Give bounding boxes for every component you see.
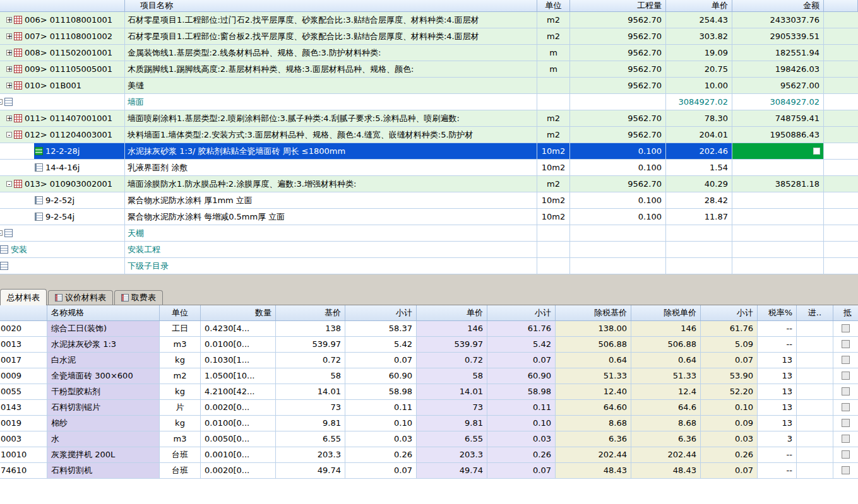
unit-header[interactable]: 单位 (537, 0, 570, 11)
material-row[interactable]: 0020综合工日(装饰)工日0.4230[4...13858.3714661.7… (0, 321, 858, 337)
column-header[interactable]: 基价 (276, 305, 345, 320)
bill-row[interactable]: +010> 01B001美缝9562.7010.0095627.00 (0, 78, 858, 94)
expand-icon[interactable]: + (6, 17, 12, 23)
material-row[interactable]: 0003水m30.0050[0...6.550.036.550.036.366.… (0, 431, 858, 447)
material-row[interactable]: 10010灰浆搅拌机 200L台班0.0010[0...203.30.26203… (0, 447, 858, 463)
material-name-cell: 全瓷墙面砖 300×600 (47, 368, 160, 384)
material-name-cell: 水 (47, 431, 160, 447)
item-code: 12-2-28j (45, 143, 80, 159)
column-header[interactable]: 单位 (160, 305, 201, 320)
material-row[interactable]: 0143石料切割锯片片0.0020[0...730.11730.1164.606… (0, 400, 858, 416)
material-row[interactable]: 0055干粉型胶粘剂kg4.2100[42...14.0158.9814.015… (0, 384, 858, 400)
column-header[interactable]: 抵 (833, 305, 858, 320)
material-row[interactable]: 0013水泥抹灰砂浆 1:3m30.0100[0...539.975.42539… (0, 337, 858, 353)
deduct-checkbox[interactable] (842, 356, 850, 364)
material-name-cell: 水泥抹灰砂浆 1:3 (47, 337, 160, 352)
expand-icon[interactable]: + (6, 50, 12, 56)
category-icon (4, 98, 13, 106)
pane-splitter[interactable] (0, 274, 858, 288)
category-row[interactable]: -天棚 (0, 225, 858, 242)
unit-cell: m3 (160, 337, 201, 352)
deduct-checkbox[interactable] (842, 403, 850, 411)
column-header[interactable] (0, 305, 47, 320)
unit-price-header[interactable]: 单价 (666, 0, 732, 11)
material-row[interactable]: 0017白水泥kg0.1030[1...0.720.070.720.070.64… (0, 353, 858, 368)
tax-rate-cell: 3 (758, 431, 797, 447)
bill-row[interactable]: +007> 011108001002石材零星项目1.工程部位:窗台板2.找平层厚… (0, 28, 858, 45)
category-row[interactable]: 安装安装工程 (0, 242, 858, 258)
bill-row[interactable]: 14-4-16j乳液界面剂 涂敷10m20.1001.54 (0, 160, 858, 176)
column-header[interactable]: 小计 (345, 305, 417, 320)
unit-cell: m2 (537, 28, 570, 44)
column-header[interactable]: 除税单价 (631, 305, 701, 320)
column-header[interactable]: 数量 (201, 305, 276, 320)
unit-price-cell: 146 (417, 321, 487, 336)
material-row[interactable]: 0009全瓷墙面砖 300×600m21.0500[10...5860.9058… (0, 368, 858, 384)
expand-icon[interactable]: + (6, 66, 12, 72)
item-name-cell: 聚合物水泥防水涂料 厚1mm 立面 (125, 192, 537, 208)
amount-header[interactable]: 金额 (732, 0, 824, 11)
deduct-checkbox[interactable] (842, 419, 850, 427)
row-filler (824, 192, 858, 208)
column-header[interactable]: 进.. (797, 305, 833, 320)
category-row[interactable]: -墙面3084927.023084927.02 (0, 94, 858, 110)
category-row[interactable]: 下级子目录 (0, 258, 858, 274)
extax-subtotal-cell: 52.20 (701, 384, 758, 399)
import-cell (797, 400, 833, 415)
deduct-checkbox[interactable] (842, 324, 850, 332)
bill-row[interactable]: -013> 010903002001墙面涂膜防水1.防水膜品种:2.涂膜厚度、遍… (0, 176, 858, 192)
deduct-checkbox[interactable] (842, 450, 850, 459)
quantity-cell: 0.100 (570, 143, 666, 159)
row-filler (824, 160, 858, 175)
quota-item-icon (35, 163, 43, 172)
item-code: 007> 011108001002 (25, 28, 112, 44)
deduct-cell (833, 416, 858, 431)
item-name-cell: 美缝 (125, 78, 537, 93)
subtotal-cell: 0.07 (345, 463, 417, 478)
expand-icon[interactable]: + (6, 115, 12, 121)
collapse-icon[interactable]: - (0, 99, 3, 105)
deduct-checkbox[interactable] (842, 340, 850, 348)
column-header[interactable]: 除税基价 (556, 305, 631, 320)
column-header[interactable]: 税率% (758, 305, 797, 320)
expand-icon[interactable]: + (6, 83, 12, 88)
bill-row[interactable]: 12-2-28j水泥抹灰砂浆 1:3/ 胶粘剂粘贴全瓷墙面砖 周长 ≤1800m… (0, 143, 858, 160)
bill-row[interactable]: +006> 011108001001石材零星项目1.工程部位:过门石2.找平层厚… (0, 12, 858, 28)
material-row[interactable]: 0019棉纱kg0.0100[0...9.810.109.810.108.688… (0, 416, 858, 431)
tab-negotiated-materials[interactable]: 议价材料表 (48, 290, 113, 305)
unit-price-cell: 203.3 (417, 447, 487, 462)
base-price-cell: 58 (276, 368, 345, 384)
column-header[interactable]: 小计 (701, 305, 758, 320)
bill-row[interactable]: +009> 011105005001木质踢脚线1.踢脚线高度:2.基层材料种类、… (0, 61, 858, 78)
column-header[interactable]: 名称规格 (47, 305, 160, 320)
tree-cell: +007> 011108001002 (0, 28, 125, 44)
bill-item-icon (14, 49, 22, 57)
deduct-checkbox[interactable] (842, 435, 850, 443)
collapse-icon[interactable]: - (6, 181, 12, 187)
extax-unit-price-cell: 146 (631, 321, 701, 336)
bill-row[interactable]: +011> 011407001001墙面喷刷涂料1.基层类型:2.喷刷涂料部位:… (0, 110, 858, 127)
project-name-header[interactable]: 项目名称 (125, 0, 537, 11)
column-header[interactable]: 单价 (417, 305, 487, 320)
item-name-cell: 乳液界面剂 涂敷 (125, 160, 537, 175)
quantity-header[interactable]: 工程量 (570, 0, 666, 11)
deduct-checkbox[interactable] (842, 387, 850, 396)
tab-fee-table[interactable]: 取费表 (114, 290, 163, 305)
collapse-icon[interactable]: - (6, 132, 12, 138)
bill-row[interactable]: 9-2-52j聚合物水泥防水涂料 厚1mm 立面10m20.10028.42 (0, 192, 858, 209)
collapse-icon[interactable]: - (0, 230, 3, 236)
deduct-checkbox[interactable] (842, 372, 850, 380)
bill-row[interactable]: -012> 011204003001块料墙面1.墙体类型:2.安装方式:3.面层… (0, 127, 858, 143)
material-row[interactable]: 74610石料切割机台班0.0020[0...49.740.0749.740.0… (0, 463, 858, 479)
bill-row[interactable]: +008> 011502001001金属装饰线1.基层类型:2.线条材料品种、规… (0, 45, 858, 61)
item-code: 010> 01B001 (25, 78, 81, 93)
tax-rate-cell: -- (758, 447, 797, 462)
item-name-cell: 聚合物水泥防水涂料 每增减0.5mm厚 立面 (125, 209, 537, 225)
tab-total-materials[interactable]: 总材料表 (0, 289, 47, 305)
column-header[interactable]: 小计 (487, 305, 556, 320)
bill-row[interactable]: 9-2-54j聚合物水泥防水涂料 每增减0.5mm厚 立面10m20.10011… (0, 209, 858, 225)
material-name-cell: 综合工日(装饰) (47, 321, 160, 336)
quantity-cell (570, 258, 666, 274)
deduct-checkbox[interactable] (842, 466, 850, 474)
expand-icon[interactable]: + (6, 33, 12, 39)
